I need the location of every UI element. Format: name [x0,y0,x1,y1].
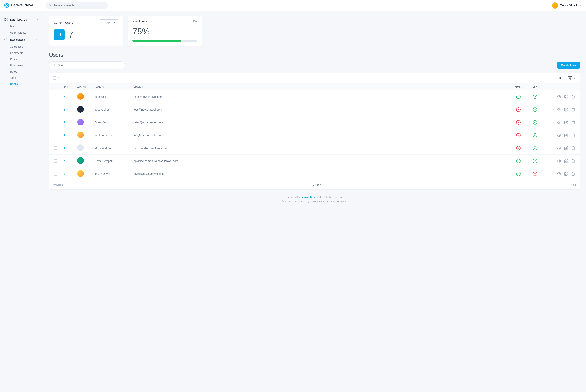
filter-button[interactable] [568,76,576,80]
pagination-range: 1-7 of 7 [63,183,571,186]
view-icon[interactable] [557,172,561,176]
check-icon [533,133,537,138]
edit-icon[interactable] [564,159,568,163]
row-id-link[interactable]: 6 [64,108,65,111]
delete-icon[interactable] [571,120,575,124]
more-icon[interactable] [550,146,554,150]
view-icon[interactable] [557,146,561,150]
lens-button[interactable] [557,76,564,80]
next-page[interactable]: Next [570,183,576,186]
brand-logo[interactable]: Laravel Nova [4,3,33,8]
edit-icon[interactable] [564,95,568,99]
view-icon[interactable] [557,133,561,137]
previous-page[interactable]: Previous [53,183,63,186]
delete-icon[interactable] [571,95,575,99]
row-admin [510,154,527,168]
create-user-button[interactable]: Create User [557,62,580,69]
sidebar-item-posts[interactable]: Posts [0,56,43,62]
view-icon[interactable] [557,95,561,99]
filter-icon [568,76,572,80]
svg-rect-3 [5,18,6,19]
row-email: mohamed@nova.laravel.com [131,142,510,154]
nova-link[interactable]: Laravel Nova [301,196,316,198]
sidebar-item-purchases[interactable]: Purchases [0,62,43,68]
delete-icon[interactable] [571,172,575,176]
view-icon[interactable] [557,108,561,112]
row-id-link[interactable]: 5 [64,121,65,124]
table-row: 6Jess Archerjess@nova.laravel.com [49,103,580,116]
resource-search-input[interactable] [58,64,122,67]
column-name[interactable]: NAME⇅ [92,83,131,90]
delete-icon[interactable] [571,146,575,150]
row-id-link[interactable]: 4 [64,134,65,137]
row-id-link[interactable]: 3 [64,146,65,150]
delete-icon[interactable] [571,159,575,163]
app-footer: Powered by Laravel Nova · v4.0.3 (Silver… [49,190,580,210]
bell-icon[interactable] [544,4,548,8]
row-avatar [77,106,84,112]
sidebar-item-tags[interactable]: Tags [0,75,43,81]
delete-icon[interactable] [571,133,575,137]
footer-prefix: Powered by [286,196,301,198]
sidebar-item-addresses[interactable]: Addresses [0,44,43,50]
row-admin [510,142,527,154]
sidebar-group-dashboards[interactable]: Dashboards [0,16,43,23]
edit-icon[interactable] [564,146,568,150]
row-id-link[interactable]: 7 [64,95,65,98]
chevron-down-icon [573,76,576,80]
row-checkbox[interactable] [54,146,57,150]
sidebar-item-roles[interactable]: Roles [0,68,43,75]
more-icon[interactable] [550,172,554,176]
row-2fa [527,129,543,142]
edit-icon[interactable] [564,120,568,124]
users-stat-icon [54,29,65,40]
sort-icon: ⇅ [142,86,144,88]
table-row: 5Dries Vintsdries@nova.laravel.com [49,116,580,129]
view-icon[interactable] [557,120,561,124]
chevron-down-icon [36,18,39,21]
global-search-input[interactable] [53,4,105,7]
sidebar-group-resources[interactable]: Resources [0,36,43,44]
row-checkbox[interactable] [54,134,57,137]
more-icon[interactable] [550,120,554,124]
x-icon [533,172,537,176]
sidebar-item-users[interactable]: Users [0,81,43,87]
row-checkbox[interactable] [54,159,57,163]
row-id-link[interactable]: 1 [64,172,65,175]
row-checkbox[interactable] [54,121,57,124]
global-search[interactable] [46,2,108,9]
select-all-control[interactable] [53,76,61,80]
period-select[interactable]: 30 Days [99,20,118,25]
delete-icon[interactable] [571,108,575,112]
edit-icon[interactable] [564,172,568,176]
svg-point-16 [552,96,552,97]
sidebar-item-user-insights[interactable]: User Insights [0,30,43,36]
more-icon[interactable] [550,95,554,99]
sidebar-item-comments[interactable]: Comments [0,50,43,56]
row-checkbox[interactable] [54,108,57,111]
brand-name: Laravel Nova [11,3,33,8]
resource-search[interactable] [49,61,125,69]
sidebar-item-main[interactable]: Main [0,23,43,30]
chevron-down-icon[interactable] [58,76,61,80]
view-icon[interactable] [557,159,561,163]
column-id[interactable]: ID⇅ [60,83,74,90]
table-row: 7Mior Zakimior@nova.laravel.com [49,90,580,103]
row-checkbox[interactable] [54,95,57,98]
period-label: 30 Days [101,21,110,24]
edit-icon[interactable] [564,108,568,112]
more-icon[interactable] [550,133,554,137]
svg-point-29 [553,122,553,122]
svg-point-41 [553,148,553,148]
sort-icon: ⇅ [67,86,69,88]
row-id-link[interactable]: 2 [64,160,65,162]
column-email[interactable]: EMAIL⇅ [131,83,510,90]
more-icon[interactable] [550,108,554,112]
user-menu[interactable]: Taylor Otwell [552,2,582,8]
more-icon[interactable] [550,159,554,163]
row-avatar [77,132,84,138]
column-admin: ADMIN [510,83,527,90]
row-checkbox[interactable] [54,172,57,176]
edit-icon[interactable] [564,133,568,137]
select-all-checkbox[interactable] [53,76,57,80]
